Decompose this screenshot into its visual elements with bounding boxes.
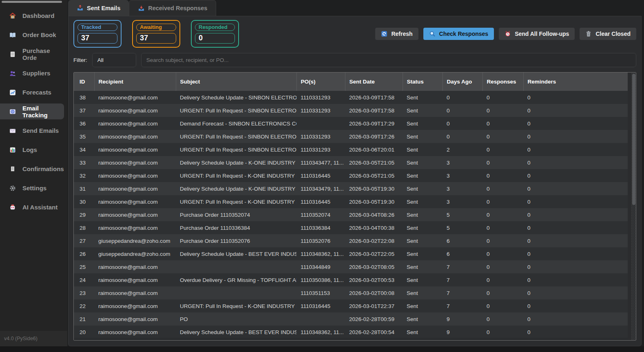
cell-responses: 0 [482,326,523,339]
cell-subject: Purchase Order 1110352076 [176,234,297,247]
table-row[interactable]: 26giuseppedandrea@zoho.comDelivery Sched… [74,247,628,260]
table-row[interactable]: 22raimosoone@gmail.comURGENT: Pull In Re… [74,299,628,312]
cell-id: 26 [74,247,94,260]
envelope-icon [9,128,16,134]
sidebar-item-send-emails[interactable]: Send Emails [0,123,64,139]
stat-card-awaiting: Awaiting37 [132,20,180,48]
table-row[interactable]: 35raimosoone@gmail.comURGENT: Pull In Re… [74,130,628,143]
stats-row: Tracked37Awaiting37Responded0 [73,20,239,48]
action-buttons: RefreshCheck ResponsesSend All Follow-up… [375,28,636,40]
cell-responses: 0 [482,91,523,104]
gear-icon [9,185,16,191]
cell-pos: 1110336384 [297,221,345,234]
cell-subject: URGENT: Pull In Request - K-ONE INDUSTRY… [176,169,297,182]
column-header-reminders[interactable]: Reminders [523,73,628,91]
cell-id: 22 [74,299,94,312]
sidebar-item-purchase-orders[interactable]: Purchase Orde [0,46,64,62]
cell-subject: PO [176,312,297,326]
sidebar-item-settings[interactable]: Settings [0,180,64,196]
cell-status: Sent [403,312,443,326]
table-row[interactable]: 21raimosoone@gmail.comPO2026-02-28T00:59… [74,312,628,326]
cell-responses: 0 [482,104,523,117]
tab-sent-emails[interactable]: Sent Emails [68,0,129,16]
cell-id: 21 [74,312,94,326]
column-header-pos[interactable]: PO(s) [297,73,345,91]
filter-dropdown-value: All [97,57,104,63]
inbox-icon [138,5,144,11]
cell-responses: 0 [482,195,523,208]
cell-subject [176,286,297,299]
sidebar-item-confirmations[interactable]: Confirmations [0,161,64,177]
cell-recipient: raimosoone@gmail.com [94,130,176,143]
sidebar-nav: DashboardOrder BookPurchase OrdeSupplier… [0,4,64,218]
cell-status: Sent [403,299,443,312]
cell-reminders: 0 [523,195,628,208]
cell-days_ago: 6 [443,234,482,247]
filter-dropdown[interactable]: All [92,53,136,67]
tab-received-responses[interactable]: Received Responses [129,0,216,16]
cell-sent_date: 2026-03-02T00:53 [345,273,403,286]
column-header-id[interactable]: ID [74,73,94,91]
table-row[interactable]: 31raimosoone@gmail.comDelivery Schedule … [74,182,628,195]
table-header-row: IDRecipientSubjectPO(s)Sent DateStatusDa… [74,73,628,91]
column-header-sent-date[interactable]: Sent Date [345,73,403,91]
search-input[interactable] [141,53,636,67]
cell-status: Sent [403,247,443,260]
table-row[interactable]: 23raimosoone@gmail.com11103511532026-03-… [74,286,628,299]
cell-id: 28 [74,221,94,234]
column-header-status[interactable]: Status [403,73,443,91]
sidebar-item-forecasts[interactable]: Forecasts [0,84,64,100]
cell-recipient: raimosoone@gmail.com [94,143,176,156]
table-row[interactable]: 27giuseppedandrea@zoho.comPurchase Order… [74,234,628,247]
refresh-button[interactable]: Refresh [375,28,418,40]
table-row[interactable]: 28raimosoone@gmail.comPurchase Order 111… [74,221,628,234]
scrollbar-thumb[interactable] [632,74,635,205]
cell-recipient: raimosoone@gmail.com [94,273,176,286]
sidebar-item-label: Settings [22,185,46,191]
sidebar-item-logs[interactable]: Logs [0,142,64,158]
cell-reminders: 0 [523,143,628,156]
check-responses-button[interactable]: Check Responses [423,28,494,40]
table-row[interactable]: 37raimosoone@gmail.comURGENT: Pull In Re… [74,104,628,117]
trash-icon [585,31,592,37]
sidebar-item-order-book[interactable]: Order Book [0,27,64,43]
cell-pos [297,117,345,130]
send-all-follow-ups-button[interactable]: Send All Follow-ups [499,28,575,40]
table-row[interactable]: 24raimosoone@gmail.comOverdue Delivery -… [74,273,628,286]
cell-recipient: raimosoone@gmail.com [94,286,176,299]
table-row[interactable]: 25raimosoone@gmail.com11103448492026-03-… [74,260,628,273]
table-row[interactable]: 36raimosoone@gmail.comDemand Forecast - … [74,117,628,130]
sidebar-item-suppliers[interactable]: Suppliers [0,65,64,81]
cell-sent_date: 2026-03-09T17:26 [345,130,403,143]
table-row[interactable]: 29raimosoone@gmail.comPurchase Order 111… [74,208,628,221]
cell-reminders: 0 [523,117,628,130]
clear-closed-button[interactable]: Clear Closed [580,28,636,40]
sidebar-item-dashboard[interactable]: Dashboard [0,8,64,24]
cell-days_ago: 3 [443,195,482,208]
column-header-responses[interactable]: Responses [482,73,523,91]
cell-days_ago: 0 [443,117,482,130]
column-header-subject[interactable]: Subject [176,73,297,91]
cell-id: 31 [74,182,94,195]
column-header-days-ago[interactable]: Days Ago [443,73,482,91]
table-row[interactable]: 20raimosoone@gmail.comDelivery Schedule … [74,326,628,339]
vertical-scrollbar[interactable] [631,73,636,340]
cell-recipient: raimosoone@gmail.com [94,208,176,221]
cell-days_ago: 7 [443,286,482,299]
column-header-recipient[interactable]: Recipient [94,73,176,91]
cell-pos: 1110351153 [297,286,345,299]
sidebar-item-ai-assistant[interactable]: AI Assistant [0,199,64,215]
table-row[interactable]: 30raimosoone@gmail.comURGENT: Pull In Re… [74,195,628,208]
cell-sent_date: 2026-03-09T17:58 [345,91,403,104]
cell-days_ago: 6 [443,247,482,260]
cell-days_ago: 2 [443,143,482,156]
cell-sent_date: 2026-03-09T17:58 [345,104,403,117]
table-row[interactable]: 34raimosoone@gmail.comURGENT: Pull In Re… [74,143,628,156]
table-row[interactable]: 32raimosoone@gmail.comURGENT: Pull In Re… [74,169,628,182]
cell-id: 20 [74,326,94,339]
sidebar-item-email-tracking[interactable]: Email Tracking [0,103,64,119]
cell-subject [176,260,297,273]
cell-status: Sent [403,208,443,221]
table-row[interactable]: 38raimosoone@gmail.comDelivery Schedule … [74,91,628,104]
table-row[interactable]: 33raimosoone@gmail.comDelivery Schedule … [74,156,628,169]
